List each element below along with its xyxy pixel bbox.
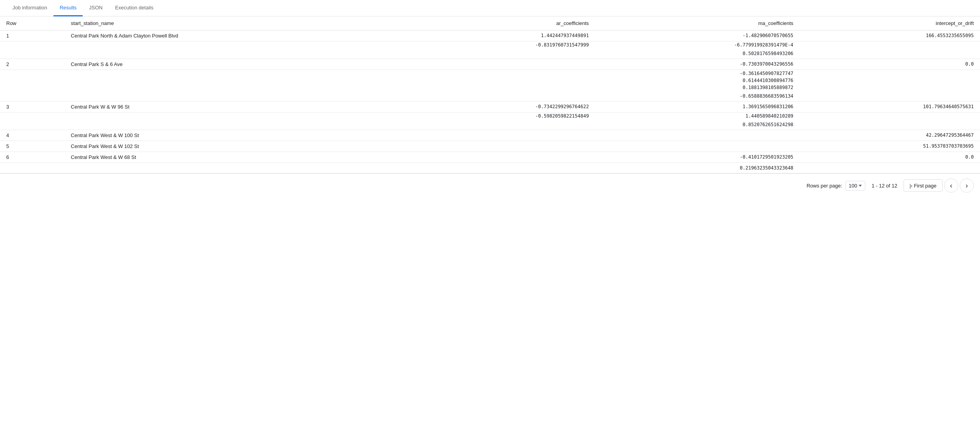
rows-per-page-label: Rows per page: bbox=[806, 183, 842, 189]
cell-ar bbox=[407, 141, 595, 152]
table-container: Rowstart_station_namear_coefficientsma_c… bbox=[0, 16, 980, 173]
table-row: 3Central Park W & W 96 St-0.734229929676… bbox=[0, 102, 980, 112]
cell-intercept bbox=[800, 41, 980, 49]
table-row: 5Central Park West & W 102 St51.95370370… bbox=[0, 141, 980, 152]
tab-json[interactable]: JSON bbox=[83, 0, 109, 16]
tabs-container: Job informationResultsJSONExecution deta… bbox=[0, 0, 980, 16]
cell-ma: -6.779919928391479E-4 bbox=[595, 41, 799, 49]
first-page-button[interactable]: First page bbox=[904, 179, 943, 192]
header-start_station_name: start_station_name bbox=[65, 16, 407, 30]
cell-station bbox=[65, 70, 407, 77]
cell-ma: 0.6144410300894776 bbox=[595, 77, 799, 84]
cell-ma: 0.8520762651624298 bbox=[595, 120, 799, 130]
cell-intercept bbox=[800, 112, 980, 120]
cell-intercept bbox=[800, 77, 980, 84]
cell-row-num bbox=[0, 120, 65, 130]
table-row: 1Central Park North & Adam Clayton Powel… bbox=[0, 30, 980, 41]
cell-ar bbox=[407, 152, 595, 163]
table-row: 6Central Park West & W 68 St-0.410172950… bbox=[0, 152, 980, 163]
cell-station bbox=[65, 48, 407, 59]
cell-intercept bbox=[800, 70, 980, 77]
table-row: 2Central Park S & 6 Ave-0.73039700432965… bbox=[0, 59, 980, 70]
cell-row-num bbox=[0, 41, 65, 49]
cell-station bbox=[65, 41, 407, 49]
cell-row-num: 5 bbox=[0, 141, 65, 152]
cell-row-num: 2 bbox=[0, 59, 65, 70]
table-row: 0.21963235043323648 bbox=[0, 163, 980, 173]
cell-ar bbox=[407, 91, 595, 102]
header-intercept_or_drift: intercept_or_drift bbox=[800, 16, 980, 30]
table-row: -0.3616450907827747 bbox=[0, 70, 980, 77]
cell-ma bbox=[595, 130, 799, 141]
cell-station bbox=[65, 77, 407, 84]
tab-job-information[interactable]: Job information bbox=[6, 0, 53, 16]
cell-ar bbox=[407, 48, 595, 59]
rows-per-page-value: 100 bbox=[849, 183, 858, 189]
cell-ar: -0.7342299296764622 bbox=[407, 102, 595, 112]
cell-station bbox=[65, 112, 407, 120]
cell-ma bbox=[595, 141, 799, 152]
cell-ma: -0.7303970043296556 bbox=[595, 59, 799, 70]
cell-intercept bbox=[800, 91, 980, 102]
cell-ma: -0.4101729501923205 bbox=[595, 152, 799, 163]
cell-ma: 0.5028176598493206 bbox=[595, 48, 799, 59]
cell-row-num bbox=[0, 163, 65, 173]
cell-ar bbox=[407, 130, 595, 141]
header-ma_coefficients: ma_coefficients bbox=[595, 16, 799, 30]
table-header: Rowstart_station_namear_coefficientsma_c… bbox=[0, 16, 980, 30]
cell-station bbox=[65, 163, 407, 173]
cell-intercept bbox=[800, 163, 980, 173]
cell-row-num bbox=[0, 77, 65, 84]
cell-row-num bbox=[0, 70, 65, 77]
cell-intercept bbox=[800, 120, 980, 130]
cell-ar bbox=[407, 84, 595, 91]
cell-ar bbox=[407, 120, 595, 130]
cell-station bbox=[65, 84, 407, 91]
cell-ma: -0.3616450907827747 bbox=[595, 70, 799, 77]
cell-intercept: 0.0 bbox=[800, 59, 980, 70]
cell-station: Central Park W & W 96 St bbox=[65, 102, 407, 112]
table-row: 0.6144410300894776 bbox=[0, 77, 980, 84]
header-ar_coefficients: ar_coefficients bbox=[407, 16, 595, 30]
cell-intercept: 51.953703703703695 bbox=[800, 141, 980, 152]
cell-intercept: 166.4553235655095 bbox=[800, 30, 980, 41]
table-body: 1Central Park North & Adam Clayton Powel… bbox=[0, 30, 980, 173]
cell-ma: 0.21963235043323648 bbox=[595, 163, 799, 173]
table-row: 0.5028176598493206 bbox=[0, 48, 980, 59]
cell-row-num: 1 bbox=[0, 30, 65, 41]
cell-station: Central Park North & Adam Clayton Powell… bbox=[65, 30, 407, 41]
cell-ar bbox=[407, 59, 595, 70]
page-controls: First page bbox=[904, 178, 974, 193]
cell-row-num: 3 bbox=[0, 102, 65, 112]
cell-station: Central Park West & W 102 St bbox=[65, 141, 407, 152]
cell-ar: 1.442447937449891 bbox=[407, 30, 595, 41]
cell-intercept bbox=[800, 84, 980, 91]
rows-per-page-select[interactable]: 100 bbox=[845, 181, 866, 191]
cell-station: Central Park West & W 68 St bbox=[65, 152, 407, 163]
cell-ma: 0.1881398105889872 bbox=[595, 84, 799, 91]
cell-ar: -0.8319760731547999 bbox=[407, 41, 595, 49]
cell-row-num bbox=[0, 48, 65, 59]
tab-results[interactable]: Results bbox=[53, 0, 83, 16]
table-row: 0.8520762651624298 bbox=[0, 120, 980, 130]
cell-station bbox=[65, 91, 407, 102]
chevron-down-icon bbox=[859, 185, 862, 187]
cell-ma: -0.6588836683596134 bbox=[595, 91, 799, 102]
cell-ma: -1.482906070570655 bbox=[595, 30, 799, 41]
rows-per-page: Rows per page: 100 bbox=[806, 181, 865, 191]
cell-intercept: 101.79634640575631 bbox=[800, 102, 980, 112]
cell-intercept: 0.0 bbox=[800, 152, 980, 163]
prev-icon bbox=[950, 182, 952, 190]
results-table: Rowstart_station_namear_coefficientsma_c… bbox=[0, 16, 980, 173]
cell-row-num: 6 bbox=[0, 152, 65, 163]
table-row: 0.1881398105889872 bbox=[0, 84, 980, 91]
next-page-button[interactable] bbox=[960, 178, 974, 193]
cell-row-num: 4 bbox=[0, 130, 65, 141]
header-row: Row bbox=[0, 16, 65, 30]
prev-page-button[interactable] bbox=[944, 178, 958, 193]
cell-intercept bbox=[800, 48, 980, 59]
cell-station bbox=[65, 120, 407, 130]
table-row: -0.59820598221548491.440589840210289 bbox=[0, 112, 980, 120]
tab-execution-details[interactable]: Execution details bbox=[109, 0, 160, 16]
cell-ma: 1.3691565096831206 bbox=[595, 102, 799, 112]
